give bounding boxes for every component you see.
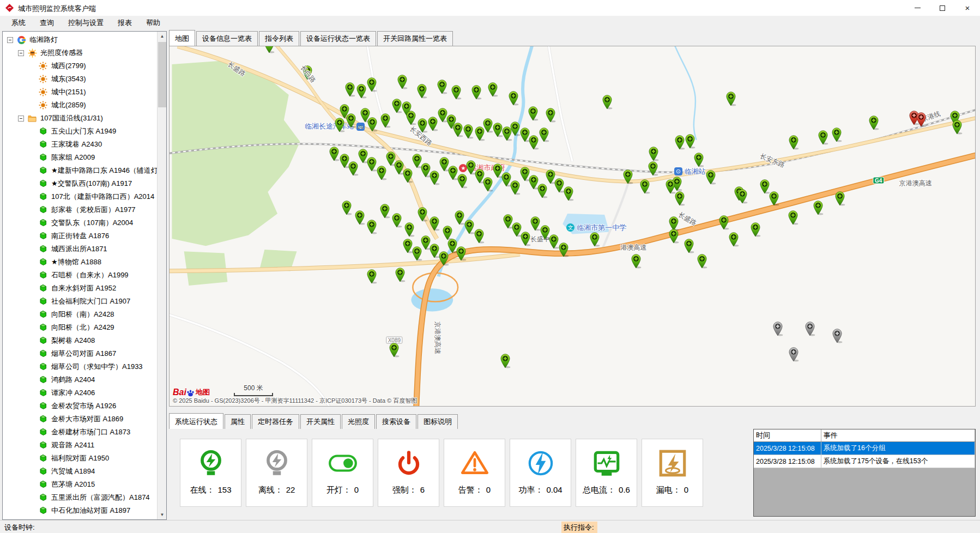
event-row-0[interactable]: 2025/3/28 12:15:08系统加载了16个分组 — [754, 442, 975, 455]
map-pin-online[interactable] — [706, 170, 716, 185]
map-pin-online[interactable] — [457, 174, 467, 189]
map-pin-online[interactable] — [813, 201, 823, 215]
map-pin-online[interactable] — [264, 46, 275, 53]
menu-item-2[interactable]: 控制与设置 — [61, 16, 111, 30]
tree-device-27[interactable]: 芭茅塘 A2015 — [3, 478, 157, 491]
map-pin-online[interactable] — [334, 118, 344, 132]
tree-device-25[interactable]: 福利院对面 A1950 — [3, 452, 157, 465]
tree-device-5[interactable]: 107北（建新中路路口西）A2014 — [3, 190, 157, 203]
tree-device-29[interactable]: 中石化加油站对面 A1897 — [3, 504, 157, 517]
map-pin-online[interactable] — [674, 191, 685, 206]
tree-device-20[interactable]: 谭家冲 A2406 — [3, 386, 157, 399]
tree-device-17[interactable]: 烟草公司对面 A1867 — [3, 347, 157, 360]
map-pin-online[interactable] — [831, 128, 842, 142]
map-pin-online[interactable] — [563, 186, 573, 201]
tree-device-8[interactable]: 南正街转盘 A1876 — [3, 229, 157, 243]
bottom-tab-4[interactable]: 光照度 — [342, 414, 375, 429]
tree-device-11[interactable]: 石咀桥（自来水）A1999 — [3, 269, 157, 282]
map-pin-online[interactable] — [438, 251, 449, 266]
menu-item-1[interactable]: 查询 — [33, 16, 61, 30]
map-pin-online[interactable] — [482, 177, 493, 192]
map-pin-online[interactable] — [521, 232, 531, 246]
map-pin-offline[interactable] — [789, 347, 799, 362]
map-pin-online[interactable] — [834, 191, 845, 206]
bottom-tab-1[interactable]: 属性 — [225, 414, 251, 429]
tree-device-15[interactable]: 向阳桥（北）A2429 — [3, 321, 157, 334]
map-pin-online[interactable] — [406, 111, 416, 125]
map-pin-online[interactable] — [726, 92, 736, 106]
map-pin-online[interactable] — [487, 82, 498, 97]
map-pin-online[interactable] — [590, 232, 600, 247]
map-pin-online[interactable] — [502, 126, 512, 141]
map-pin-online[interactable] — [437, 80, 447, 94]
map-pin-online[interactable] — [546, 108, 556, 123]
map-pin-online[interactable] — [329, 147, 339, 161]
map-pin-online[interactable] — [391, 99, 402, 113]
event-col-1[interactable]: 事件 — [821, 429, 975, 442]
map-pin-online[interactable] — [456, 246, 467, 261]
map-pin-online[interactable] — [391, 213, 402, 228]
map-pin-online[interactable] — [818, 130, 828, 145]
tree-sensor-2[interactable]: 城中(2151) — [3, 86, 157, 99]
map-pin-online[interactable] — [395, 268, 405, 282]
expand-collapse-icon[interactable] — [7, 37, 13, 43]
map-pin-online[interactable] — [404, 222, 415, 237]
map-pin-online[interactable] — [418, 118, 428, 133]
tree-device-13[interactable]: 社会福利院大门口 A1907 — [3, 295, 157, 308]
map-pin-online[interactable] — [453, 123, 463, 137]
tree-device-23[interactable]: 金桥建材市场门口 A1873 — [3, 426, 157, 439]
map-pin-online[interactable] — [669, 229, 679, 244]
tree-device-22[interactable]: 金桥大市场对面 A1869 — [3, 413, 157, 426]
map-pin-online[interactable] — [530, 216, 541, 231]
map-tab-4[interactable]: 开关回路属性一览表 — [377, 31, 453, 46]
map-pin-online[interactable] — [648, 161, 658, 176]
bottom-tab-6[interactable]: 图标说明 — [418, 414, 458, 429]
tree-sensor-1[interactable]: 城东(3543) — [3, 72, 157, 86]
map-pin-online[interactable] — [451, 85, 462, 100]
bottom-tab-0[interactable]: 系统运行状态 — [169, 413, 223, 429]
tree-device-16[interactable]: 梨树巷 A2408 — [3, 334, 157, 347]
map-pin-online[interactable] — [416, 84, 427, 99]
tree-device-21[interactable]: 金桥农贸市场 A1926 — [3, 399, 157, 413]
close-button[interactable]: × — [955, 0, 980, 16]
map-pin-online[interactable] — [750, 222, 760, 237]
map-pin-online[interactable] — [474, 229, 484, 244]
bottom-tab-5[interactable]: 搜索设备 — [376, 414, 416, 429]
minimize-button[interactable] — [905, 0, 930, 16]
map-pin-online[interactable] — [428, 117, 438, 131]
map-pin-online[interactable] — [674, 135, 685, 150]
bottom-tab-3[interactable]: 开关属性 — [300, 414, 341, 429]
tree-device-12[interactable]: 自来水斜对面 A1952 — [3, 282, 157, 295]
tree-device-7[interactable]: 交警队东（107南）A2004 — [3, 216, 157, 229]
map-pin-online[interactable] — [640, 179, 650, 194]
tree-device-14[interactable]: 向阳桥（南）A2428 — [3, 308, 157, 321]
map-pin-online[interactable] — [528, 106, 538, 121]
map-pin-online[interactable] — [403, 168, 413, 183]
map-pin-alarm[interactable] — [916, 112, 926, 127]
map-pin-online[interactable] — [509, 91, 519, 106]
map-pin-online[interactable] — [354, 210, 365, 225]
map-pin-online[interactable] — [558, 243, 568, 257]
map-pin-online[interactable] — [789, 135, 799, 150]
tree-sensor-3[interactable]: 城北(2859) — [3, 99, 157, 112]
map-pin-online[interactable] — [697, 254, 707, 269]
map-pin-online[interactable] — [685, 134, 695, 149]
event-col-0[interactable]: 时间 — [754, 429, 821, 442]
tree-scrollbar[interactable]: ▲ ▼ — [157, 32, 166, 519]
map-pin-online[interactable] — [769, 191, 779, 206]
map-pin-online[interactable] — [694, 153, 704, 167]
map-pin-online[interactable] — [356, 84, 366, 99]
map-pin-online[interactable] — [728, 232, 739, 247]
map-pin-online[interactable] — [389, 343, 400, 358]
expand-collapse-icon[interactable] — [18, 116, 24, 122]
map-pin-online[interactable] — [602, 95, 612, 110]
map-pin-online[interactable] — [345, 82, 355, 97]
map-pin-online[interactable] — [529, 135, 539, 150]
map-pin-online[interactable] — [366, 77, 377, 92]
tree-device-10[interactable]: ★博物馆 A1888 — [3, 256, 157, 269]
map-pin-online[interactable] — [346, 113, 356, 128]
event-row-1[interactable]: 2025/3/28 12:15:08系统加载了175个设备，在线153个 — [754, 455, 975, 468]
tree-device-1[interactable]: 王家珑巷 A2430 — [3, 138, 157, 151]
map-pin-online[interactable] — [366, 220, 377, 234]
map-pin-offline[interactable] — [772, 322, 783, 336]
